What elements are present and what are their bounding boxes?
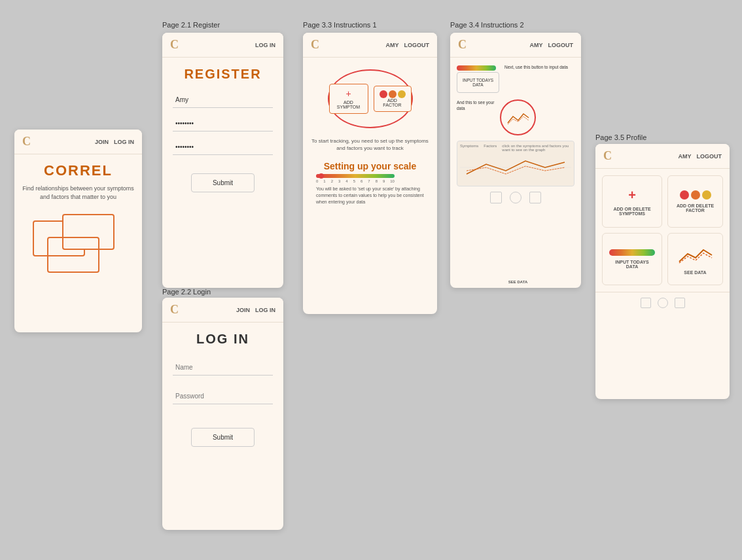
nav-logout-instr1[interactable]: LOGOUT — [404, 42, 430, 48]
input-card-label: INPUT TODAYS DATA — [609, 260, 655, 269]
logo-login: C — [170, 303, 179, 317]
see-data-card-label: SEE DATA — [684, 270, 706, 275]
nav-instr1: AMY LOGOUT — [386, 42, 430, 48]
input-today-btn[interactable]: INPUT TODAYS DATA — [457, 64, 499, 93]
graph-icon — [506, 109, 530, 127]
profile-card-input[interactable]: INPUT TODAYS DATA — [602, 233, 662, 285]
header-landing: C JOIN LOG IN — [14, 130, 142, 154]
header-instr1: C AMY LOGOUT — [303, 33, 437, 58]
login-body: LOG IN Submit — [162, 323, 283, 456]
add-symptom-button[interactable]: + ADD SYMPTOM — [329, 84, 368, 114]
nav-instr2: AMY LOGOUT — [530, 42, 574, 48]
logo-instr1: C — [311, 38, 319, 52]
see-data-circle[interactable]: SEE DATA — [500, 99, 536, 135]
profile-card-factor[interactable]: ADD OR DELETE FACTOR — [667, 175, 723, 228]
and-this-text: And this to see your data — [457, 99, 496, 111]
nav-login-register[interactable]: LOG IN — [255, 42, 275, 48]
landing-subtitle: Find relationships between your symptoms… — [22, 184, 134, 201]
scale-handle[interactable] — [319, 173, 324, 179]
register-title: REGISTER — [173, 67, 273, 82]
profile-nav-icon-1[interactable] — [641, 298, 651, 308]
graph-mini-svg — [460, 154, 571, 181]
landing-title: CORREL — [44, 162, 113, 179]
nav-logout-profile[interactable]: LOGOUT — [697, 153, 722, 160]
page-label-3-3: Page 3.3 Instructions 1 — [303, 21, 377, 29]
landing-cards — [33, 214, 124, 279]
phone-instructions1: C AMY LOGOUT + ADD SYMPTOM ADD FACTOR — [303, 33, 437, 314]
factor-dot-1 — [680, 190, 689, 200]
register-password-field[interactable] — [173, 116, 273, 131]
nav-login-page: JOIN LOG IN — [236, 307, 275, 313]
register-confirm-field[interactable] — [173, 139, 273, 155]
nav-icon-circle[interactable] — [510, 192, 521, 203]
landing-body: CORREL Find relationships between your s… — [14, 154, 142, 287]
phone-register: C LOG IN REGISTER Submit — [162, 33, 283, 288]
card-3 — [47, 237, 99, 273]
header-register: C LOG IN — [162, 33, 283, 58]
header-profile: C AMY LOGOUT — [595, 144, 730, 169]
phone-profile: C AMY LOGOUT + ADD OR DELETE SYMPTOMS AD… — [595, 144, 730, 399]
logo-instr2: C — [458, 38, 467, 52]
nav-login-login[interactable]: LOG IN — [255, 307, 275, 313]
symptoms-plus-icon: + — [628, 188, 636, 203]
input-scale-bar — [609, 249, 655, 256]
login-submit-button[interactable]: Submit — [191, 428, 255, 447]
profile-nav-icon-3[interactable] — [675, 298, 685, 308]
header-instr2: C AMY LOGOUT — [450, 33, 581, 58]
next-use-annotation: Next, use this button to input data — [504, 64, 568, 70]
profile-nav-bottom — [595, 292, 730, 313]
profile-body: + ADD OR DELETE SYMPTOMS ADD OR DELETE F… — [595, 169, 730, 292]
login-password-field[interactable] — [173, 389, 273, 404]
profile-card-symptoms[interactable]: + ADD OR DELETE SYMPTOMS — [602, 175, 662, 228]
factor-dots — [680, 190, 711, 200]
page-label-2-1: Page 2.1 Register — [162, 21, 220, 29]
profile-card-see-data[interactable]: SEE DATA — [667, 233, 723, 285]
login-name-field[interactable] — [173, 360, 273, 376]
factor-dot-3 — [702, 190, 711, 200]
nav-icon-square2[interactable] — [529, 192, 541, 203]
plus-icon: + — [335, 88, 362, 99]
profile-nav-icon-2[interactable] — [658, 298, 668, 308]
intro-text: To start tracking, you need to set up th… — [309, 137, 431, 152]
factor-dot-yellow — [398, 90, 406, 98]
factor-card-label: ADD OR DELETE FACTOR — [675, 203, 716, 213]
scale-title: Setting up your scale — [324, 161, 417, 171]
graph-preview: SymptomsFactors click on the symptoms an… — [457, 141, 574, 186]
instr2-mid-section: And this to see your data SEE DATA — [457, 99, 574, 135]
nav-join-login[interactable]: JOIN — [236, 307, 250, 313]
logo-landing: C — [22, 135, 31, 149]
factor-dot-orange — [389, 90, 397, 98]
phone-instructions2: C AMY LOGOUT INPUT TODAYS DATA Next, use… — [450, 33, 581, 288]
scale-track — [316, 174, 395, 178]
factor-dot-red — [380, 90, 387, 98]
page-label-2-2: Page 2.2 Login — [162, 288, 211, 296]
nav-user-profile: AMY — [679, 153, 692, 160]
see-data-label: SEE DATA — [508, 280, 527, 284]
register-submit-button[interactable]: Submit — [191, 173, 255, 192]
page-label-3-5: Page 3.5 Profile — [595, 133, 646, 141]
logo-register: C — [170, 38, 179, 52]
nav-user-instr1: AMY — [386, 42, 399, 48]
factor-dot-2 — [691, 190, 700, 200]
phone-login: C JOIN LOG IN LOG IN Submit — [162, 298, 283, 530]
add-factor-label: ADD FACTOR — [383, 98, 401, 107]
register-name-field[interactable] — [173, 92, 273, 108]
add-symptom-label: ADD SYMPTOM — [337, 100, 360, 109]
nav-join[interactable]: JOIN — [95, 139, 109, 145]
instructions1-body: + ADD SYMPTOM ADD FACTOR To start tracki… — [303, 58, 437, 212]
instructions2-body: INPUT TODAYS DATA Next, use this button … — [450, 58, 581, 215]
instructions-circle: + ADD SYMPTOM ADD FACTOR — [328, 69, 413, 128]
nav-landing: JOIN LOG IN — [95, 139, 134, 145]
nav-icon-grid[interactable] — [490, 192, 502, 203]
nav-logout-instr2[interactable]: LOGOUT — [548, 42, 574, 48]
nav-login[interactable]: LOG IN — [114, 139, 134, 145]
nav-profile: AMY LOGOUT — [679, 153, 722, 160]
add-factor-button[interactable]: ADD FACTOR — [374, 86, 412, 112]
graph-table-header: SymptomsFactors click on the symptoms an… — [460, 144, 571, 152]
phone-landing: C JOIN LOG IN CORREL Find relationships … — [14, 130, 142, 332]
see-data-graph-icon — [676, 243, 715, 266]
factor-icons — [380, 90, 406, 98]
scale-bar-mini — [457, 65, 496, 71]
click-info-text: click on the symptoms and factors you wa… — [502, 144, 571, 152]
logo-profile: C — [603, 149, 612, 163]
